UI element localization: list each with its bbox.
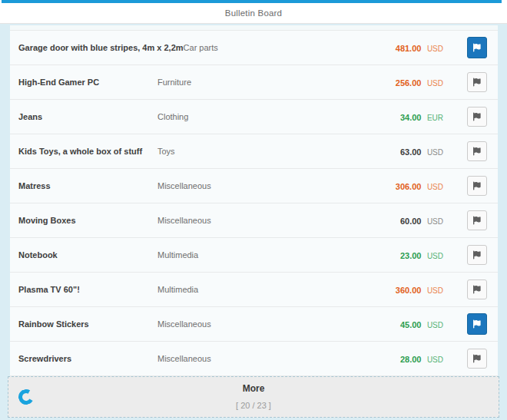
load-more-label: More bbox=[8, 383, 499, 394]
flag-button[interactable] bbox=[467, 313, 487, 335]
item-category: Multimedia bbox=[157, 285, 396, 294]
flag-button[interactable] bbox=[467, 141, 487, 161]
bulletin-board-list-area: Garage door with blue stripes, 4m x 2,2m… bbox=[0, 24, 507, 420]
item-price: 23.00 USD bbox=[400, 248, 443, 262]
flag-icon bbox=[473, 216, 482, 225]
flag-icon bbox=[473, 147, 482, 156]
flag-icon bbox=[473, 43, 482, 52]
flag-icon bbox=[473, 250, 482, 260]
list-item[interactable]: Plasma TV 60"! Multimedia 360.00 USD bbox=[10, 273, 498, 307]
price-amount: 34.00 bbox=[400, 113, 422, 122]
item-name: Moving Boxes bbox=[18, 216, 157, 225]
flag-button[interactable] bbox=[467, 72, 487, 92]
price-currency: USD bbox=[427, 79, 443, 88]
list-item[interactable]: Notebook Multimedia 23.00 USD bbox=[10, 238, 498, 273]
item-category: Toys bbox=[157, 147, 400, 156]
item-price: 360.00 USD bbox=[396, 283, 443, 296]
price-currency: EUR bbox=[427, 114, 443, 122]
item-name: Rainbow Stickers bbox=[18, 319, 157, 329]
list-item[interactable]: Jeans Clothing 34.00 EUR bbox=[10, 100, 498, 134]
price-amount: 256.00 bbox=[396, 78, 422, 88]
list-item[interactable]: Rainbow Stickers Miscellaneous 45.00 USD bbox=[10, 307, 498, 342]
list-item[interactable]: Kids Toys, a whole box of stuff Toys 63.… bbox=[10, 134, 498, 169]
flag-button[interactable] bbox=[467, 349, 487, 369]
item-price: 28.00 USD bbox=[400, 352, 443, 365]
list-item[interactable]: Garage door with blue stripes, 4m x 2,2m… bbox=[10, 31, 498, 65]
page-title: Bulletin Board bbox=[225, 8, 282, 18]
flag-button[interactable] bbox=[467, 37, 487, 58]
item-name: Plasma TV 60"! bbox=[18, 285, 157, 294]
list-item[interactable]: Matress Miscellaneous 306.00 USD bbox=[10, 169, 498, 203]
item-price: 45.00 USD bbox=[400, 317, 443, 331]
price-amount: 63.00 bbox=[400, 147, 422, 157]
item-category: Miscellaneous bbox=[157, 354, 400, 363]
price-currency: USD bbox=[427, 45, 443, 53]
flag-button[interactable] bbox=[467, 210, 487, 230]
flag-icon bbox=[473, 285, 482, 294]
price-amount: 23.00 bbox=[400, 251, 422, 260]
item-count-indicator: [ 20 / 23 ] bbox=[8, 401, 499, 410]
load-more-button[interactable]: More [ 20 / 23 ] bbox=[8, 376, 499, 418]
price-currency: USD bbox=[427, 321, 443, 329]
item-category: Miscellaneous bbox=[157, 319, 400, 329]
item-price: 256.00 USD bbox=[396, 75, 443, 89]
list-item[interactable]: High-End Gamer PC Furniture 256.00 USD bbox=[10, 65, 498, 100]
list-item[interactable]: Screwdrivers Miscellaneous 28.00 USD bbox=[10, 342, 498, 376]
flag-button[interactable] bbox=[467, 176, 487, 196]
item-name: Garage door with blue stripes, 4m x 2,2m bbox=[18, 43, 184, 52]
page-header: Bulletin Board bbox=[0, 0, 507, 24]
item-price: 60.00 USD bbox=[400, 213, 443, 227]
flag-icon bbox=[473, 112, 482, 121]
price-currency: USD bbox=[427, 148, 443, 157]
price-amount: 28.00 bbox=[400, 355, 422, 364]
item-price: 481.00 USD bbox=[396, 41, 443, 55]
list-item[interactable]: Moving Boxes Miscellaneous 60.00 USD bbox=[10, 203, 498, 238]
flag-icon bbox=[473, 319, 482, 329]
price-amount: 481.00 bbox=[396, 44, 422, 53]
flag-button[interactable] bbox=[467, 107, 487, 127]
price-currency: USD bbox=[427, 252, 443, 260]
price-amount: 45.00 bbox=[400, 320, 422, 329]
item-price: 63.00 USD bbox=[400, 144, 443, 158]
item-category: Clothing bbox=[157, 112, 400, 121]
flag-icon bbox=[473, 354, 482, 363]
price-amount: 60.00 bbox=[400, 217, 422, 226]
top-accent-bar bbox=[2, 0, 502, 3]
item-category: Multimedia bbox=[157, 250, 400, 260]
flag-icon bbox=[473, 78, 482, 87]
item-name: Jeans bbox=[18, 112, 157, 121]
item-category: Furniture bbox=[157, 78, 396, 87]
item-price: 306.00 USD bbox=[396, 179, 443, 193]
item-name: High-End Gamer PC bbox=[18, 78, 157, 87]
partially-scrolled-row bbox=[10, 25, 498, 31]
flag-icon bbox=[473, 181, 482, 190]
price-amount: 306.00 bbox=[396, 182, 422, 191]
price-currency: USD bbox=[427, 286, 443, 295]
item-list: Garage door with blue stripes, 4m x 2,2m… bbox=[10, 25, 498, 376]
item-category: Car parts bbox=[184, 43, 396, 52]
price-currency: USD bbox=[427, 356, 443, 364]
flag-button[interactable] bbox=[467, 279, 487, 299]
flag-button[interactable] bbox=[467, 245, 487, 265]
price-currency: USD bbox=[427, 217, 443, 226]
price-currency: USD bbox=[427, 183, 443, 191]
item-name: Kids Toys, a whole box of stuff bbox=[18, 147, 157, 156]
item-category: Miscellaneous bbox=[157, 216, 400, 225]
item-name: Matress bbox=[18, 181, 157, 190]
item-name: Screwdrivers bbox=[18, 354, 157, 363]
item-category: Miscellaneous bbox=[157, 181, 396, 190]
price-amount: 360.00 bbox=[396, 286, 422, 295]
item-price: 34.00 EUR bbox=[400, 110, 443, 124]
item-name: Notebook bbox=[18, 250, 157, 260]
